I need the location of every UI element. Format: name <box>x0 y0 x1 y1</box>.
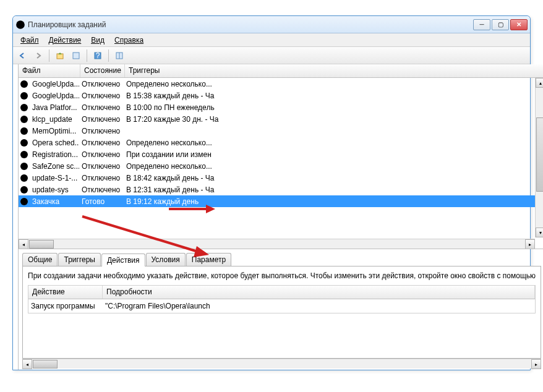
svg-text:?: ? <box>96 51 100 60</box>
col-action[interactable]: Действие <box>28 286 103 299</box>
task-row[interactable]: update-sysОтключеноВ 12:31 каждый день -… <box>19 184 543 195</box>
task-state: Отключено <box>79 138 124 147</box>
task-name: Закачка <box>30 197 79 206</box>
titlebar[interactable]: Планировщик заданий ─ ▢ ✕ <box>13 16 530 33</box>
details-hscroll[interactable]: ◂ ▸ <box>22 359 541 369</box>
clock-icon <box>20 185 28 194</box>
scroll-left-button[interactable]: ◂ <box>19 239 28 249</box>
task-name: MemOptimi... <box>30 127 79 135</box>
task-name: update-sys <box>30 185 79 194</box>
forward-button[interactable] <box>32 49 45 62</box>
task-trigger: При создании или измен <box>124 150 543 159</box>
task-name: GoogleUpda... <box>30 92 79 100</box>
clock-icon <box>20 197 28 206</box>
task-state: Отключено <box>79 115 124 124</box>
task-name: Java Platfor... <box>30 103 79 112</box>
clock-icon <box>20 174 28 182</box>
window-title: Планировщик заданий <box>28 20 473 29</box>
tree-root[interactable]: Планировщик заданий (Локальный) <box>15 67 18 95</box>
action-cell: Запуск программы <box>31 302 105 310</box>
action-table: Действие Подробности Запуск программы "C… <box>28 285 536 313</box>
task-trigger: В 17:20 каждые 30 дн. - Ча <box>124 115 543 124</box>
clock-icon <box>20 103 28 112</box>
clock-icon <box>20 138 28 147</box>
col-details[interactable]: Подробности <box>103 286 535 299</box>
task-state: Отключено <box>79 127 124 135</box>
task-state: Готово <box>79 197 124 206</box>
clock-icon <box>20 115 28 124</box>
task-name: GoogleUpda... <box>30 80 79 88</box>
task-trigger: Определено несколько... <box>124 138 543 147</box>
vertical-scrollbar[interactable]: ▴ ▾ <box>535 78 543 237</box>
task-row[interactable]: Registration...ОтключеноПри создании или… <box>19 148 543 160</box>
svg-line-11 <box>82 216 200 252</box>
clock-icon <box>20 150 28 159</box>
task-trigger: Определено несколько... <box>124 162 543 171</box>
task-row[interactable]: Java Platfor...ОтключеноВ 10:00 по ПН еж… <box>19 101 543 113</box>
task-row[interactable]: klcp_updateОтключеноВ 17:20 каждые 30 дн… <box>19 113 543 125</box>
toolbar: ? <box>13 47 530 64</box>
task-name: update-S-1-... <box>30 174 79 182</box>
help-button[interactable]: ? <box>91 49 105 62</box>
task-row[interactable]: ЗакачкаГотовоВ 19:12 каждый день <box>19 195 543 207</box>
tree-pane: Планировщик заданий (Локальный) ▸ Библио… <box>13 64 19 370</box>
task-state: Отключено <box>79 174 124 182</box>
close-button[interactable]: ✕ <box>510 19 528 30</box>
task-trigger: В 12:31 каждый день - Ча <box>124 185 543 194</box>
hint-text: При создании задачи необходимо указать д… <box>28 271 536 280</box>
task-trigger: Определено несколько... <box>124 80 543 88</box>
panes-button[interactable] <box>113 49 126 62</box>
task-state: Отключено <box>79 162 124 171</box>
up-button[interactable] <box>53 49 67 62</box>
back-button[interactable] <box>15 49 29 62</box>
task-row[interactable]: GoogleUpda...ОтключеноОпределено несколь… <box>19 78 543 90</box>
task-row[interactable]: SafeZone sc...ОтключеноОпределено нескол… <box>19 160 543 172</box>
task-row[interactable]: GoogleUpda...ОтключеноВ 15:38 каждый ден… <box>19 90 543 101</box>
scroll-thumb[interactable] <box>536 117 543 192</box>
scroll-down-button[interactable]: ▾ <box>536 228 543 237</box>
col-file[interactable]: Файл <box>19 64 80 77</box>
scroll-right-button[interactable]: ▸ <box>525 239 535 249</box>
clock-icon <box>20 162 28 171</box>
task-name: Opera sched... <box>30 138 79 147</box>
task-state: Отключено <box>79 103 124 112</box>
svg-rect-4 <box>73 53 79 59</box>
col-triggers[interactable]: Триггеры <box>125 64 543 77</box>
hscroll-thumb[interactable] <box>29 240 54 249</box>
task-row[interactable]: MemOptimi...Отключено <box>19 125 543 137</box>
clock-icon <box>20 80 28 88</box>
svg-rect-3 <box>57 54 63 59</box>
minimize-button[interactable]: ─ <box>473 19 490 30</box>
tab-content: При создании задачи необходимо указать д… <box>22 266 541 359</box>
clock-icon <box>20 92 28 100</box>
task-state: Отключено <box>79 185 124 194</box>
annotation-arrow-2 <box>76 210 212 260</box>
task-trigger: В 15:38 каждый день - Ча <box>124 92 543 100</box>
app-icon <box>15 20 25 30</box>
task-list-header: Файл Состояние Триггеры <box>19 64 543 78</box>
scroll-up-button[interactable]: ▴ <box>536 78 543 88</box>
task-state: Отключено <box>79 150 124 159</box>
clock-icon <box>20 127 28 135</box>
menu-action[interactable]: Действие <box>44 35 87 46</box>
action-row[interactable]: Запуск программы "C:\Program Files\Opera… <box>28 299 535 313</box>
tab-general[interactable]: Общие <box>22 253 58 266</box>
properties-button[interactable] <box>69 49 83 62</box>
task-state: Отключено <box>79 80 124 88</box>
details-pane: Общие Триггеры Действия Условия Параметр… <box>19 249 543 370</box>
details-cell: "C:\Program Files\Opera\launch <box>105 302 210 310</box>
col-state[interactable]: Состояние <box>80 64 125 77</box>
task-state: Отключено <box>79 92 124 100</box>
task-name: klcp_update <box>30 115 79 124</box>
maximize-button[interactable]: ▢ <box>492 19 509 30</box>
task-row[interactable]: update-S-1-...ОтключеноВ 18:42 каждый де… <box>19 172 543 184</box>
task-trigger: В 18:42 каждый день - Ча <box>124 174 543 182</box>
task-row[interactable]: Opera sched...ОтключеноОпределено нескол… <box>19 137 543 148</box>
menu-file[interactable]: Файл <box>15 35 44 46</box>
menubar: Файл Действие Вид Справка <box>13 33 530 47</box>
task-name: SafeZone sc... <box>30 162 79 171</box>
task-scheduler-window: Планировщик заданий ─ ▢ ✕ Файл Действие … <box>12 15 531 370</box>
task-name: Registration... <box>30 150 79 159</box>
menu-help[interactable]: Справка <box>109 35 148 46</box>
menu-view[interactable]: Вид <box>86 35 109 46</box>
